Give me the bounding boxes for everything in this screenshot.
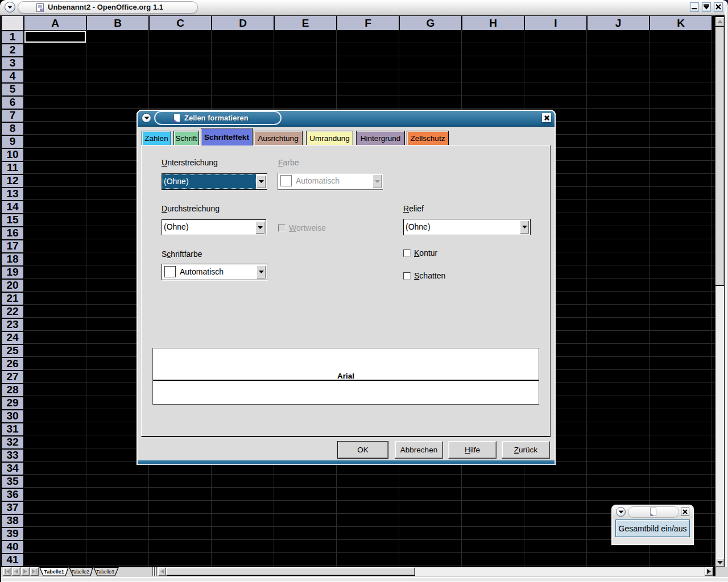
svg-text:Tabelle3: Tabelle3 (96, 569, 114, 575)
svg-text:Tabelle1: Tabelle1 (44, 569, 64, 575)
svg-text:Tabelle2: Tabelle2 (71, 569, 89, 575)
